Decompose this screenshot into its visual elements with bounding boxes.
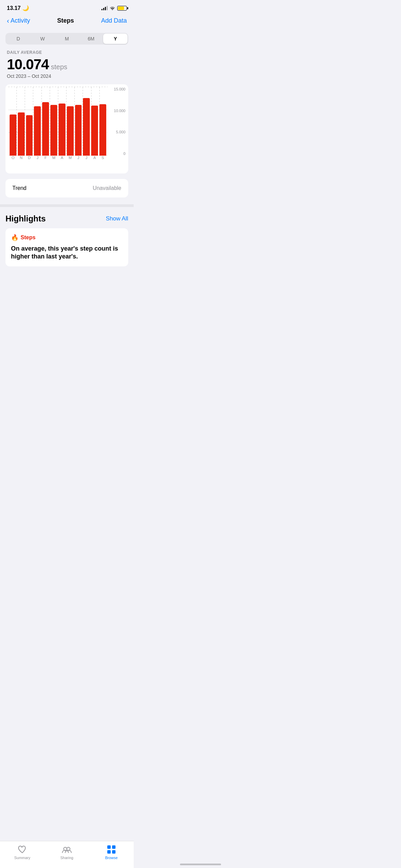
bars-row bbox=[8, 87, 108, 156]
stats-unit: steps bbox=[51, 63, 67, 71]
x-label: M bbox=[50, 156, 57, 162]
highlight-card[interactable]: 🔥 Steps On average, this year's step cou… bbox=[5, 228, 128, 266]
chart-y-axis: 15.000 10.000 5.000 0 bbox=[109, 87, 125, 156]
bar bbox=[99, 104, 106, 156]
highlights-section: Highlights Show All 🔥 Steps On average, … bbox=[0, 207, 134, 266]
bar-item bbox=[91, 87, 98, 156]
bar-item bbox=[75, 87, 82, 156]
period-day[interactable]: D bbox=[6, 34, 31, 44]
bar-item bbox=[26, 87, 33, 156]
x-label: J bbox=[83, 156, 90, 162]
highlight-card-text: On average, this year's step count is hi… bbox=[11, 245, 123, 261]
bar-item bbox=[10, 87, 16, 156]
stats-section: DAILY AVERAGE 10.074 steps Oct 2023 – Oc… bbox=[0, 50, 134, 84]
x-label: M bbox=[67, 156, 74, 162]
stats-value-row: 10.074 steps bbox=[7, 56, 127, 73]
show-all-button[interactable]: Show All bbox=[106, 215, 128, 222]
bar-item bbox=[18, 87, 25, 156]
highlights-title: Highlights bbox=[5, 214, 46, 224]
x-label: J bbox=[75, 156, 82, 162]
x-label: J bbox=[34, 156, 41, 162]
bar-item bbox=[34, 87, 41, 156]
y-label-5k: 5.000 bbox=[116, 130, 125, 134]
bar bbox=[91, 106, 98, 156]
period-year[interactable]: Y bbox=[103, 34, 127, 44]
fire-icon: 🔥 bbox=[11, 234, 19, 241]
bar bbox=[26, 115, 33, 156]
highlight-card-title: Steps bbox=[21, 234, 36, 241]
stats-date-range: Oct 2023 – Oct 2024 bbox=[7, 73, 127, 79]
status-icons bbox=[101, 5, 127, 11]
bar-item bbox=[99, 87, 106, 156]
signal-icon bbox=[101, 6, 108, 10]
add-data-button[interactable]: Add Data bbox=[101, 17, 127, 24]
bar bbox=[34, 106, 41, 156]
y-label-10k: 10.000 bbox=[114, 109, 125, 113]
page-title: Steps bbox=[57, 17, 74, 24]
chevron-left-icon: ‹ bbox=[7, 17, 9, 25]
back-label: Activity bbox=[11, 17, 30, 24]
x-labels: ONDJFMAMJJAS bbox=[8, 156, 108, 162]
x-label: S bbox=[99, 156, 106, 162]
stats-label: DAILY AVERAGE bbox=[7, 50, 127, 55]
x-label: A bbox=[91, 156, 98, 162]
section-separator bbox=[0, 204, 134, 207]
bar-item bbox=[42, 87, 49, 156]
trend-value: Unavailable bbox=[93, 185, 121, 191]
bar-item bbox=[83, 87, 90, 156]
y-label-15k: 15.000 bbox=[114, 87, 125, 91]
highlights-header: Highlights Show All bbox=[5, 214, 128, 224]
bar-item bbox=[67, 87, 74, 156]
period-week[interactable]: W bbox=[31, 34, 55, 44]
x-label: D bbox=[26, 156, 33, 162]
period-month[interactable]: M bbox=[55, 34, 79, 44]
y-label-0: 0 bbox=[123, 152, 125, 156]
bar bbox=[50, 105, 57, 156]
x-label: F bbox=[42, 156, 49, 162]
bar-item bbox=[50, 87, 57, 156]
bar bbox=[75, 105, 82, 156]
x-label: A bbox=[59, 156, 65, 162]
stats-main-value: 10.074 bbox=[7, 56, 49, 73]
steps-chart[interactable]: ONDJFMAMJJAS 15.000 10.000 5.000 0 bbox=[5, 84, 128, 173]
trend-label: Trend bbox=[12, 185, 26, 191]
wifi-icon bbox=[110, 5, 115, 11]
bar-item bbox=[59, 87, 65, 156]
bar bbox=[83, 98, 90, 156]
trend-card: Trend Unavailable bbox=[5, 179, 128, 197]
chart-inner: ONDJFMAMJJAS 15.000 10.000 5.000 0 bbox=[8, 87, 125, 162]
bar bbox=[18, 112, 25, 156]
status-time: 13.17 🌙 bbox=[7, 5, 29, 11]
bar bbox=[59, 104, 65, 156]
period-selector: D W M 6M Y bbox=[5, 33, 128, 45]
status-bar: 13.17 🌙 bbox=[0, 0, 134, 14]
battery-icon bbox=[117, 6, 127, 11]
x-label: N bbox=[18, 156, 25, 162]
chart-bars-area: ONDJFMAMJJAS bbox=[8, 87, 108, 162]
period-6month[interactable]: 6M bbox=[79, 34, 103, 44]
bar bbox=[67, 106, 74, 156]
highlight-card-title-row: 🔥 Steps bbox=[11, 234, 123, 241]
back-button[interactable]: ‹ Activity bbox=[7, 17, 30, 25]
bar bbox=[42, 102, 49, 156]
x-label: O bbox=[10, 156, 16, 162]
nav-header: ‹ Activity Steps Add Data bbox=[0, 14, 134, 30]
bar bbox=[10, 114, 16, 156]
